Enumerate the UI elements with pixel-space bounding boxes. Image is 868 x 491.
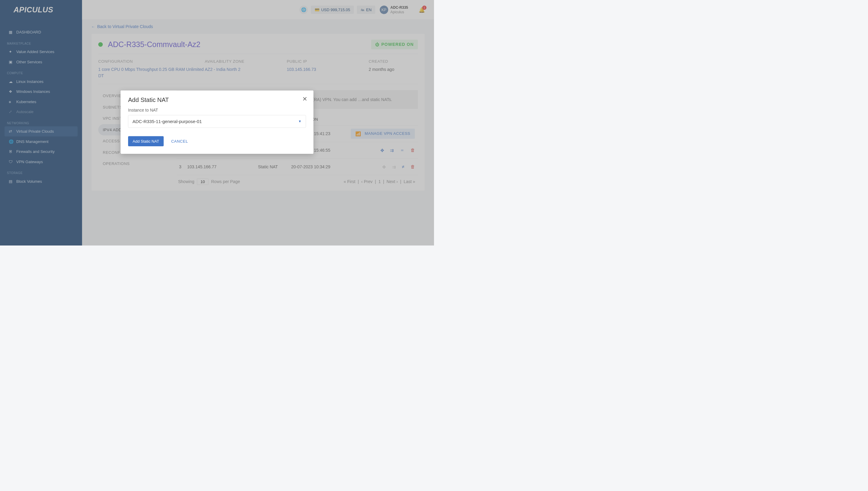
cancel-button[interactable]: CANCEL [171,139,188,144]
add-static-nat-button[interactable]: Add Static NAT [128,136,164,147]
instance-label: Instance to NAT [128,108,306,113]
selected-instance: ADC-R335-11-general-purpose-01 [133,119,202,124]
chevron-down-icon: ▼ [299,119,302,123]
modal-title: Add Static NAT [128,96,306,104]
modal-overlay: ✕ Add Static NAT Instance to NAT ADC-R33… [0,0,434,246]
close-icon[interactable]: ✕ [302,95,307,102]
instance-select[interactable]: ADC-R335-11-general-purpose-01 ▼ [128,115,306,128]
add-static-nat-modal: ✕ Add Static NAT Instance to NAT ADC-R33… [121,90,313,154]
